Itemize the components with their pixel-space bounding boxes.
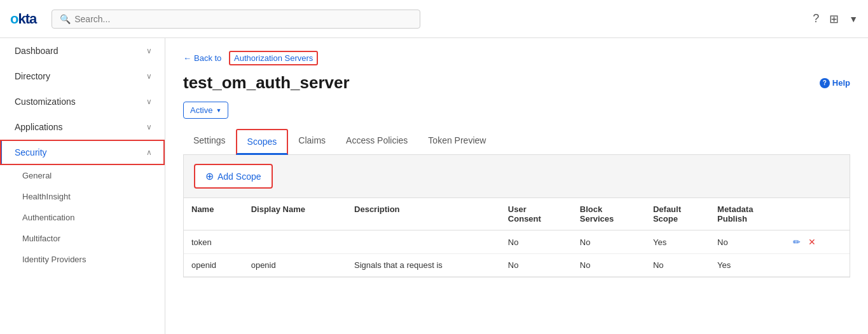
sidebar-item-directory[interactable]: Directory ∨	[0, 63, 165, 89]
th-actions	[785, 198, 850, 230]
logo-kta: kta	[18, 11, 36, 27]
subitem-identity-providers-label: Identity Providers	[22, 255, 86, 264]
row-token-actions: ✏ ✕	[785, 230, 850, 254]
chevron-down-icon: ∨	[146, 97, 152, 106]
subitem-healthinsight-label: HealthInsight	[22, 192, 71, 201]
nav-chevron-icon[interactable]: ▼	[849, 14, 858, 24]
sidebar-item-dashboard[interactable]: Dashboard ∨	[0, 38, 165, 63]
add-scope-label: Add Scope	[217, 171, 261, 182]
tab-claims[interactable]: Claims	[288, 129, 336, 155]
tab-claims-label: Claims	[298, 135, 326, 145]
add-scope-bar: ⊕ Add Scope	[184, 155, 850, 198]
top-navigation: okta 🔍 ? ⊞ ▼	[0, 0, 868, 38]
sidebar-item-applications[interactable]: Applications ∨	[0, 114, 165, 140]
th-default-scope: Default Scope	[645, 198, 710, 230]
tab-settings-label: Settings	[193, 135, 226, 145]
row-token-metadata-publish: No	[710, 230, 785, 254]
row-openid-actions	[785, 254, 850, 277]
row-openid-metadata-publish: Yes	[710, 254, 785, 277]
row-openid-user-consent: No	[500, 254, 572, 277]
tab-settings[interactable]: Settings	[183, 129, 236, 155]
th-block-services: Block Services	[572, 198, 645, 230]
add-scope-button[interactable]: ⊕ Add Scope	[194, 164, 273, 189]
status-badge[interactable]: Active ▼	[183, 102, 228, 119]
sidebar-applications-label: Applications	[15, 122, 63, 132]
search-input[interactable]	[74, 14, 412, 24]
sidebar-directory-label: Directory	[15, 71, 50, 81]
tab-scopes-label: Scopes	[247, 137, 277, 147]
back-text: Back to	[194, 53, 221, 63]
nav-icons: ? ⊞ ▼	[813, 12, 858, 26]
sidebar-item-customizations[interactable]: Customizations ∨	[0, 89, 165, 114]
subitem-multifactor-label: Multifactor	[22, 234, 60, 243]
table-header-row: Name Display Name Description User Conse…	[184, 198, 850, 230]
row-token-block-services: No	[572, 230, 645, 254]
main-layout: Dashboard ∨ Directory ∨ Customizations ∨…	[0, 38, 868, 334]
th-description: Description	[347, 198, 500, 230]
row-openid-name: openid	[184, 254, 244, 277]
tab-access-policies[interactable]: Access Policies	[336, 129, 418, 155]
subitem-general-label: General	[22, 171, 52, 180]
plus-icon: ⊕	[205, 170, 214, 182]
th-metadata-publish: Metadata Publish	[710, 198, 785, 230]
page-title: test_om_auth_server	[183, 73, 350, 93]
row-openid-block-services: No	[572, 254, 645, 277]
logo-o: o	[10, 11, 18, 27]
th-name: Name	[184, 198, 244, 230]
chevron-up-icon: ∧	[146, 148, 152, 157]
sidebar-item-security[interactable]: Security ∧	[0, 140, 165, 165]
status-dropdown-icon: ▼	[216, 107, 221, 114]
help-label: Help	[832, 78, 850, 88]
th-display-name: Display Name	[244, 198, 347, 230]
delete-icon[interactable]: ✕	[808, 237, 816, 247]
okta-logo: okta	[10, 11, 36, 27]
tab-access-policies-label: Access Policies	[346, 135, 408, 145]
grid-icon[interactable]: ⊞	[829, 12, 839, 26]
tab-scopes[interactable]: Scopes	[236, 129, 289, 155]
help-link[interactable]: ? Help	[820, 78, 850, 88]
tabs: Settings Scopes Claims Access Policies T…	[183, 129, 850, 155]
search-icon: 🔍	[60, 14, 71, 24]
row-openid-default-scope: No	[645, 254, 710, 277]
sidebar-subitem-identity-providers[interactable]: Identity Providers	[0, 249, 165, 270]
row-openid-display-name: openid	[244, 254, 347, 277]
search-bar[interactable]: 🔍	[52, 10, 420, 29]
sidebar-subitem-authentication[interactable]: Authentication	[0, 207, 165, 228]
chevron-down-icon: ∨	[146, 46, 152, 55]
status-label: Active	[190, 105, 212, 115]
tab-token-preview-label: Token Preview	[428, 135, 486, 145]
sidebar-customizations-label: Customizations	[15, 97, 76, 107]
row-openid-description: Signals that a request is	[347, 254, 500, 277]
sidebar-dashboard-label: Dashboard	[15, 46, 59, 56]
main-content: ← Back to Authorization Servers test_om_…	[165, 38, 868, 334]
tab-token-preview[interactable]: Token Preview	[418, 129, 496, 155]
chevron-down-icon: ∨	[146, 123, 152, 131]
sidebar-subitem-healthinsight[interactable]: HealthInsight	[0, 186, 165, 207]
row-token-name: token	[184, 230, 244, 254]
table-row: token No No Yes No ✏ ✕	[184, 230, 850, 254]
row-token-user-consent: No	[500, 230, 572, 254]
help-circle-icon: ?	[820, 78, 830, 88]
subitem-authentication-label: Authentication	[22, 213, 74, 222]
scopes-table: Name Display Name Description User Conse…	[184, 198, 850, 277]
chevron-down-icon: ∨	[146, 72, 152, 81]
sidebar: Dashboard ∨ Directory ∨ Customizations ∨…	[0, 38, 165, 334]
sidebar-subitem-general[interactable]: General	[0, 165, 165, 186]
row-token-description	[347, 230, 500, 254]
table-row: openid openid Signals that a request is …	[184, 254, 850, 277]
back-link[interactable]: ← Back to Authorization Servers	[183, 51, 318, 65]
sidebar-security-label: Security	[15, 147, 47, 157]
sidebar-subitem-multifactor[interactable]: Multifactor	[0, 228, 165, 249]
content-area: ⊕ Add Scope Name Display Name Descriptio…	[183, 155, 850, 277]
authorization-servers-link[interactable]: Authorization Servers	[229, 51, 318, 65]
row-token-default-scope: Yes	[645, 230, 710, 254]
th-user-consent: User Consent	[500, 198, 572, 230]
page-title-row: test_om_auth_server ? Help	[183, 73, 850, 93]
help-icon[interactable]: ?	[813, 12, 819, 25]
back-arrow-icon: ←	[183, 53, 191, 63]
edit-icon[interactable]: ✏	[793, 237, 801, 247]
row-token-display-name	[244, 230, 347, 254]
